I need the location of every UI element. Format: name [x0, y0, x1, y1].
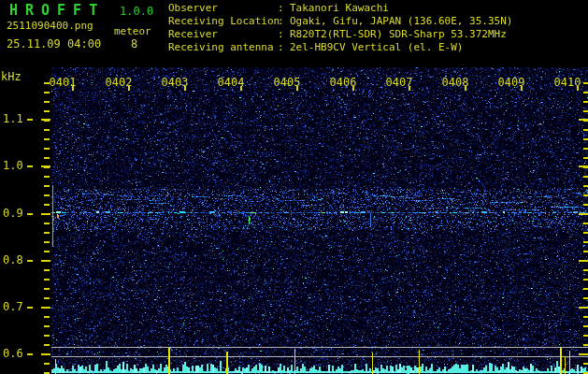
separator: :	[278, 15, 290, 27]
x-tick-label-0404: 0404	[210, 76, 251, 89]
output-filename: 2511090400.png	[7, 20, 93, 32]
x-tick-label-0403: 0403	[154, 76, 195, 89]
x-tick-label-0408: 0408	[435, 76, 476, 89]
observer-label: Observer	[168, 2, 278, 14]
separator: :	[278, 41, 290, 53]
receiving-antenna-row: Receiving antenna : 2el-HB9CV Vertical (…	[168, 41, 463, 53]
y-tick-label-0_7: 0.7	[3, 300, 27, 313]
app-version: 1.0.0	[120, 5, 153, 18]
receiving-antenna-value: 2el-HB9CV Vertical (el. E-W)	[290, 41, 463, 53]
receiver-label: Receiver	[168, 28, 278, 40]
observer-value: Takanori Kawachi	[290, 2, 389, 14]
x-tick-label-0407: 0407	[379, 76, 420, 89]
y-tick-label-0_9: 0.9	[3, 207, 27, 220]
observation-datetime: 25.11.09 04:00	[7, 37, 101, 50]
x-tick-label-0401: 0401	[42, 76, 83, 89]
spectrogram-plot	[0, 0, 588, 374]
y-tick-label-0_8: 0.8	[3, 253, 27, 266]
y-tick-label-1_0: 1.0	[3, 159, 27, 172]
receiving-location-row: Receiving Location : Ogaki, Gifu, JAPAN …	[168, 15, 512, 27]
y-axis-unit-label: kHz	[1, 70, 22, 83]
separator: :	[278, 28, 290, 40]
receiver-value: R820T2(RTL-SDR) SDR-Sharp 53.372MHz	[290, 28, 507, 40]
y-tick-label-0_6: 0.6	[3, 347, 27, 360]
x-tick-label-0402: 0402	[98, 76, 139, 89]
x-tick-label-0405: 0405	[266, 76, 308, 89]
receiving-antenna-label: Receiving antenna	[168, 41, 278, 53]
y-tick-label-1_1: 1.1	[3, 112, 27, 125]
mode-label: meteor	[114, 25, 151, 37]
x-tick-label-0406: 0406	[323, 76, 364, 89]
echo-count: 8	[131, 37, 137, 50]
x-tick-label-0409: 0409	[491, 76, 532, 89]
app-title: HROFFT	[9, 2, 105, 19]
separator: :	[278, 2, 290, 14]
receiver-row: Receiver : R820T2(RTL-SDR) SDR-Sharp 53.…	[168, 28, 507, 40]
receiving-location-label: Receiving Location	[168, 15, 278, 27]
x-tick-label-0410: 0410	[547, 76, 588, 89]
receiving-location-value: Ogaki, Gifu, JAPAN (136.60E, 35.35N)	[290, 15, 512, 27]
observer-row: Observer : Takanori Kawachi	[168, 2, 389, 14]
